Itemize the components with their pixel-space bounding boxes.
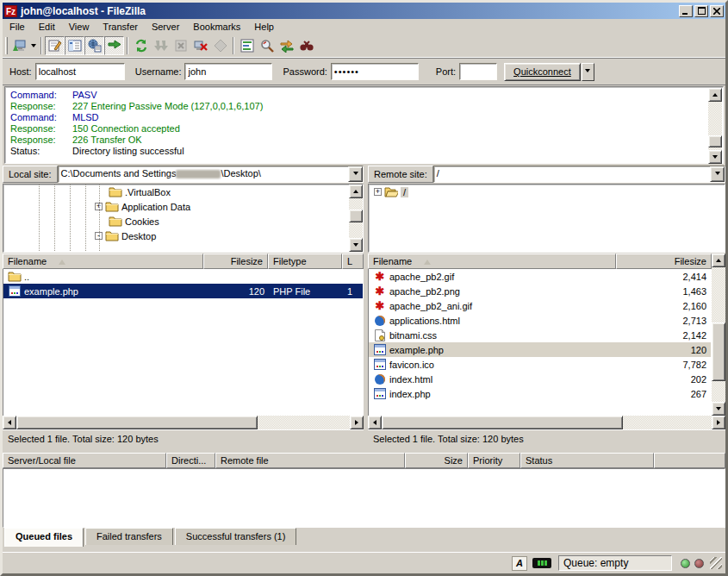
- file-row[interactable]: favicon.ico7,782: [369, 357, 711, 372]
- scroll-down-button[interactable]: [708, 150, 722, 164]
- remote-vscrollbar[interactable]: [712, 254, 725, 416]
- menu-help[interactable]: Help: [247, 20, 281, 34]
- cancel-button[interactable]: [171, 36, 190, 55]
- host-input[interactable]: [35, 63, 125, 80]
- file-row[interactable]: applications.html2,713: [369, 313, 711, 328]
- site-manager-button[interactable]: [9, 36, 29, 55]
- scroll-thumb[interactable]: [712, 322, 725, 381]
- toggle-message-log-button[interactable]: [45, 36, 65, 55]
- menu-transfer[interactable]: Transfer: [96, 20, 145, 34]
- header-filename[interactable]: Filename: [3, 254, 203, 269]
- scroll-left-button[interactable]: [368, 416, 382, 429]
- tree-item-virtualbox[interactable]: .VirtualBox: [3, 185, 363, 199]
- file-row[interactable]: bitnami.css2,142: [369, 328, 711, 342]
- header-filesize[interactable]: Filesize: [203, 254, 268, 269]
- refresh-button[interactable]: [131, 36, 151, 55]
- quickconnect-button[interactable]: Quickconnect: [504, 63, 581, 81]
- tab-queued-files[interactable]: Queued files: [4, 528, 84, 547]
- toggle-queue-button[interactable]: [104, 36, 124, 55]
- reconnect-button[interactable]: [210, 36, 230, 55]
- header-direction[interactable]: Directi...: [166, 453, 215, 468]
- header-filetype[interactable]: Filetype: [268, 254, 342, 269]
- folder-icon: [105, 201, 119, 213]
- expand-icon[interactable]: +: [374, 188, 382, 196]
- remote-hscrollbar[interactable]: [368, 416, 725, 429]
- close-button[interactable]: [710, 5, 724, 17]
- file-row[interactable]: index.php267: [369, 386, 711, 401]
- menu-edit[interactable]: Edit: [32, 20, 62, 34]
- header-server-local-file[interactable]: Server/Local file: [3, 453, 166, 468]
- message-log[interactable]: Command:PASV Response:227 Entering Passi…: [4, 86, 724, 164]
- password-input[interactable]: [331, 63, 419, 80]
- local-site-dropdown[interactable]: [348, 166, 363, 182]
- header-filename[interactable]: Filename: [368, 254, 616, 269]
- remote-tree[interactable]: + /: [368, 184, 725, 253]
- local-site-combo[interactable]: C:\Documents and Settings\Desktop\: [58, 166, 364, 183]
- scroll-left-button[interactable]: [3, 416, 16, 429]
- header-last-modified[interactable]: L: [342, 254, 364, 269]
- port-input[interactable]: [459, 63, 497, 80]
- header-size[interactable]: Size: [405, 453, 468, 468]
- transfer-type-indicator[interactable]: A: [512, 556, 527, 571]
- tree-item-root[interactable]: + /: [369, 185, 725, 199]
- file-row-parent-dir[interactable]: ..: [3, 269, 363, 284]
- speed-limit-indicator-icon[interactable]: [532, 558, 551, 568]
- scroll-thumb[interactable]: [708, 135, 722, 147]
- header-remote-file[interactable]: Remote file: [215, 453, 405, 468]
- scroll-up-button[interactable]: [708, 88, 722, 102]
- file-row[interactable]: index.html202: [369, 372, 711, 386]
- local-tree[interactable]: .VirtualBox + Application Data Cookies -…: [3, 184, 364, 253]
- menu-view[interactable]: View: [62, 20, 96, 34]
- tree-item-cookies[interactable]: Cookies: [3, 214, 363, 229]
- tree-item-desktop[interactable]: - Desktop: [3, 229, 363, 243]
- scroll-up-button[interactable]: [712, 254, 725, 267]
- file-row[interactable]: ✱apache_pb2.gif2,414: [369, 269, 711, 284]
- file-row-example-php[interactable]: example.php 120 PHP File 1: [3, 284, 363, 298]
- local-list-body[interactable]: .. example.php 120 PHP File 1: [3, 269, 364, 416]
- disconnect-button[interactable]: [190, 36, 210, 55]
- resize-grip[interactable]: [710, 557, 722, 569]
- scroll-down-button[interactable]: [712, 402, 725, 416]
- site-manager-dropdown[interactable]: [29, 36, 38, 55]
- file-row[interactable]: ✱apache_pb2_ani.gif2,160: [369, 298, 711, 313]
- synchronized-browsing-button[interactable]: [277, 36, 296, 55]
- remote-site-dropdown[interactable]: [710, 166, 725, 182]
- log-scrollbar[interactable]: [708, 88, 722, 164]
- menu-file[interactable]: File: [3, 20, 32, 34]
- scroll-thumb[interactable]: [16, 416, 258, 429]
- quickconnect-dropdown[interactable]: [582, 63, 594, 81]
- header-status[interactable]: Status: [520, 453, 654, 468]
- tab-successful-transfers[interactable]: Successful transfers (1): [175, 528, 297, 545]
- remote-site-combo[interactable]: /: [433, 166, 725, 183]
- local-tree-scrollbar[interactable]: [349, 185, 363, 252]
- tree-item-application-data[interactable]: + Application Data: [3, 199, 363, 214]
- scroll-down-button[interactable]: [349, 238, 363, 252]
- directory-comparison-button[interactable]: [257, 36, 277, 55]
- file-row[interactable]: ✱apache_pb2.png1,463: [369, 284, 711, 298]
- find-files-button[interactable]: [296, 36, 316, 55]
- scroll-right-button[interactable]: [350, 416, 364, 429]
- remote-list-body[interactable]: ✱apache_pb2.gif2,414 ✱apache_pb2.png1,46…: [368, 269, 712, 416]
- filter-button[interactable]: [237, 36, 257, 55]
- queue-body[interactable]: [3, 468, 725, 528]
- scroll-right-button[interactable]: [712, 416, 725, 429]
- toolbar: [3, 34, 725, 58]
- file-row-selected[interactable]: example.php120: [369, 342, 711, 357]
- toggle-local-tree-button[interactable]: [65, 36, 84, 55]
- menu-bookmarks[interactable]: Bookmarks: [186, 20, 247, 34]
- header-filesize[interactable]: Filesize: [616, 254, 712, 269]
- scroll-thumb[interactable]: [382, 416, 623, 429]
- tab-failed-transfers[interactable]: Failed transfers: [85, 528, 173, 545]
- maximize-button[interactable]: [694, 5, 708, 17]
- scroll-thumb[interactable]: [349, 210, 363, 222]
- menu-server[interactable]: Server: [145, 20, 186, 34]
- minimize-button[interactable]: [679, 5, 693, 17]
- local-hscrollbar[interactable]: [3, 416, 364, 429]
- process-queue-button[interactable]: [151, 36, 171, 55]
- header-priority[interactable]: Priority: [468, 453, 520, 468]
- sort-asc-icon: [59, 256, 65, 265]
- username-input[interactable]: [184, 63, 272, 80]
- scroll-up-button[interactable]: [349, 185, 363, 198]
- toggle-remote-tree-button[interactable]: [84, 36, 104, 55]
- titlebar[interactable]: Fz john@localhost - FileZilla: [3, 3, 725, 19]
